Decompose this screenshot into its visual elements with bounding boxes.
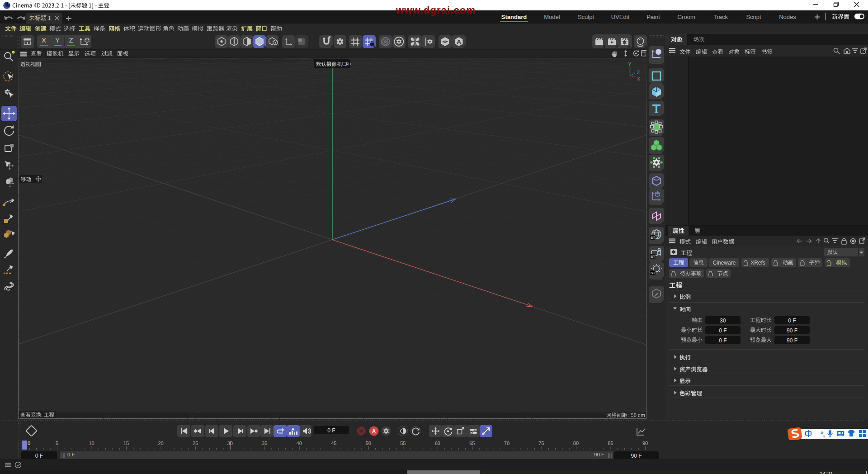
svg-text:Y: Y [628,62,632,67]
svg-text:°,: °, [821,431,825,438]
svg-text:A: A [292,427,295,431]
svg-text:Z: Z [637,70,640,75]
svg-text:X: X [637,76,640,81]
svg-text:ST: ST [651,271,655,275]
svg-text:ST: ST [651,236,655,240]
svg-text:A: A [372,428,376,435]
svg-text:A: A [457,38,461,45]
svg-text:ST: ST [651,255,655,259]
